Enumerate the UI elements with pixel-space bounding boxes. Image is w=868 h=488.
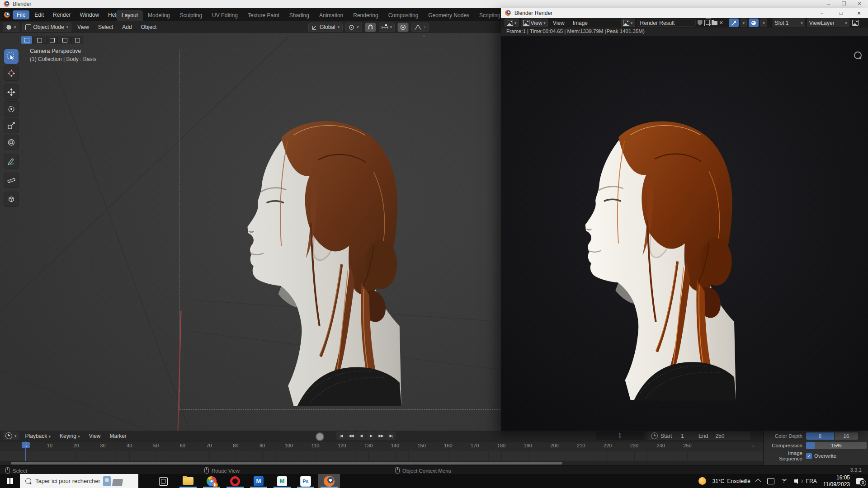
- tab-modeling[interactable]: Modeling: [143, 10, 175, 21]
- new-image-icon[interactable]: [704, 20, 710, 26]
- menu-view[interactable]: View: [74, 23, 92, 32]
- transform-orientation-selector[interactable]: Global ▾: [308, 23, 343, 32]
- tab-animation[interactable]: Animation: [314, 10, 348, 21]
- playhead[interactable]: [25, 441, 26, 461]
- tool-select[interactable]: [4, 49, 19, 64]
- tab-uv-editing[interactable]: UV Editing: [207, 10, 243, 21]
- jump-to-start-button[interactable]: |◀: [336, 432, 346, 440]
- editor-type-selector[interactable]: ▾: [505, 19, 519, 27]
- select-paint-button[interactable]: [71, 36, 83, 44]
- tab-compositing[interactable]: Compositing: [383, 10, 424, 21]
- zoom-gizmo[interactable]: [854, 52, 862, 59]
- tab-layout[interactable]: Layout: [117, 10, 143, 21]
- scrollbar-thumb[interactable]: [11, 462, 562, 465]
- play-button[interactable]: ▶: [366, 432, 376, 440]
- task-view-button[interactable]: [159, 477, 168, 486]
- timeline-menu-marker[interactable]: Marker: [106, 432, 129, 441]
- render-result-image[interactable]: [501, 36, 868, 431]
- select-circle-button[interactable]: [46, 36, 58, 44]
- weather-desc[interactable]: Ensoleillé: [727, 478, 750, 484]
- select-box-button[interactable]: [33, 36, 45, 44]
- gizmos-toggle[interactable]: [729, 19, 739, 27]
- taskbar-search[interactable]: Taper ici pour rechercher: [20, 474, 138, 488]
- keyboard-language[interactable]: FRA: [806, 478, 817, 484]
- tab-sculpting[interactable]: Sculpting: [175, 10, 207, 21]
- tool-measure[interactable]: [4, 173, 19, 188]
- region-collapse-chevron[interactable]: ‹: [752, 443, 754, 449]
- render-minimize-button[interactable]: –: [814, 8, 830, 18]
- wifi-icon[interactable]: [781, 479, 788, 483]
- tray-expand-chevron-icon[interactable]: [755, 479, 761, 485]
- render-close-button[interactable]: ✕: [851, 8, 867, 18]
- image-menu-image[interactable]: Image: [570, 19, 591, 28]
- render-titlebar[interactable]: Blender Render – □ ✕: [501, 8, 868, 18]
- proportional-editing-toggle[interactable]: [397, 23, 409, 32]
- prev-keyframe-button[interactable]: ◀◀: [346, 432, 356, 440]
- tool-add-cube[interactable]: [4, 192, 19, 207]
- render-window[interactable]: Blender Render – □ ✕ ▾ View▾ View Image …: [501, 8, 868, 431]
- blender-app-icon[interactable]: [4, 12, 10, 18]
- menu-render[interactable]: Render: [49, 10, 75, 19]
- tab-shading[interactable]: Shading: [284, 10, 314, 21]
- snap-target-selector[interactable]: ▾: [379, 23, 395, 32]
- weather-sun-icon[interactable]: [698, 477, 706, 485]
- auto-keying-record-button[interactable]: [316, 432, 324, 441]
- proportional-falloff-selector[interactable]: ▾: [411, 23, 429, 32]
- clock[interactable]: 16:0511/09/2023: [823, 474, 850, 488]
- overwrite-checkbox[interactable]: ✓: [806, 453, 812, 459]
- taskbar-chrome[interactable]: h: [201, 474, 222, 488]
- main-close-button[interactable]: ✕: [853, 0, 866, 8]
- timeline-menu-view[interactable]: View: [86, 432, 104, 441]
- display-icon[interactable]: [767, 478, 774, 484]
- play-reverse-button[interactable]: ◀: [356, 432, 366, 440]
- header-overflow-chevron[interactable]: ›: [423, 33, 425, 38]
- tab-texture-paint[interactable]: Texture Paint: [243, 10, 284, 21]
- gizmos-dropdown[interactable]: ▾: [741, 19, 747, 27]
- weather-temp[interactable]: 31°C: [712, 478, 725, 484]
- taskbar-blender-active[interactable]: [318, 474, 340, 488]
- color-depth-16-button[interactable]: 16: [835, 432, 858, 440]
- overlays-dropdown[interactable]: ▾: [760, 19, 767, 27]
- tool-transform[interactable]: [4, 135, 19, 150]
- render-pass-icon[interactable]: [852, 20, 859, 26]
- timeline-menu-playback[interactable]: Playback ▾: [22, 432, 54, 441]
- model-head-viewport[interactable]: [189, 61, 448, 406]
- jump-to-end-button[interactable]: ▶|: [386, 432, 396, 440]
- timeline-ruler[interactable]: 1102030405060708090100110120130140150160…: [0, 441, 868, 451]
- taskbar-maya-2[interactable]: M: [271, 474, 293, 488]
- unlink-icon[interactable]: ✕: [719, 20, 723, 26]
- compression-slider[interactable]: 15%: [806, 442, 867, 449]
- tool-scale[interactable]: [4, 118, 19, 133]
- start-button[interactable]: [0, 474, 20, 488]
- next-keyframe-button[interactable]: ▶▶: [376, 432, 386, 440]
- menu-select[interactable]: Select: [95, 23, 116, 32]
- taskbar-photoshop[interactable]: Ps: [295, 474, 316, 488]
- editor-type-selector[interactable]: ▾: [3, 23, 19, 32]
- menu-object[interactable]: Object: [138, 23, 160, 32]
- main-maximize-button[interactable]: ❐: [837, 0, 851, 8]
- view-mode-selector[interactable]: View▾: [521, 19, 548, 27]
- end-value[interactable]: 250: [715, 433, 724, 439]
- frame-range-fields[interactable]: Start 1 End 250: [647, 432, 750, 440]
- render-maximize-button[interactable]: □: [833, 8, 849, 18]
- tool-rotate[interactable]: [4, 101, 19, 117]
- current-frame-field[interactable]: 1: [596, 432, 644, 440]
- pivot-point-selector[interactable]: ▾: [345, 23, 362, 32]
- timeline-editor-type-selector[interactable]: ▾: [3, 432, 19, 440]
- select-lasso-button[interactable]: [59, 36, 71, 44]
- image-datablock-name[interactable]: Render Result: [637, 19, 696, 27]
- notification-center-icon[interactable]: 3: [856, 478, 863, 484]
- mode-selector[interactable]: Object Mode▾: [22, 23, 72, 32]
- image-menu-view[interactable]: View: [550, 19, 568, 28]
- view-layer-selector[interactable]: ViewLayer▾: [807, 19, 849, 27]
- menu-file[interactable]: File: [13, 10, 29, 19]
- tool-cursor[interactable]: [4, 66, 19, 81]
- timeline-channels[interactable]: [0, 451, 868, 461]
- start-value[interactable]: 1: [681, 433, 684, 439]
- tool-annotate[interactable]: [4, 154, 19, 169]
- image-browse-button[interactable]: ▾: [621, 19, 635, 27]
- taskbar-file-explorer[interactable]: [177, 474, 199, 488]
- tab-rendering[interactable]: Rendering: [348, 10, 383, 21]
- taskbar-opera[interactable]: [224, 474, 246, 488]
- timeline-scrollbar[interactable]: [0, 461, 868, 465]
